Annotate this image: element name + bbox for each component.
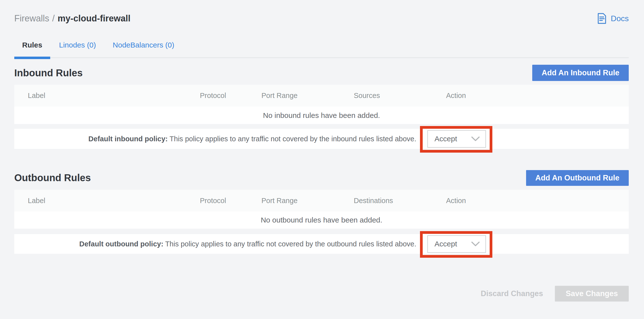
- inbound-table-header: Label Protocol Port Range Sources Action: [14, 85, 629, 106]
- outbound-policy-label: Default outbound policy:: [79, 240, 164, 248]
- breadcrumb-current-firewall: my-cloud-firewall: [58, 13, 130, 24]
- chevron-down-icon: [471, 136, 480, 142]
- inbound-policy-select[interactable]: Accept: [427, 130, 486, 148]
- tab-rules[interactable]: Rules: [14, 40, 50, 57]
- row-gap: [14, 124, 629, 129]
- outbound-policy-description: This policy applies to any traffic not c…: [165, 240, 416, 248]
- inbound-policy-selected-value: Accept: [434, 135, 457, 143]
- inbound-section-header: Inbound Rules Add An Inbound Rule: [14, 65, 629, 81]
- outbound-table-header: Label Protocol Port Range Destinations A…: [14, 190, 629, 212]
- add-inbound-rule-button[interactable]: Add An Inbound Rule: [532, 65, 629, 81]
- row-gap: [14, 229, 629, 234]
- chevron-down-icon: [471, 241, 480, 247]
- inbound-policy-label: Default inbound policy:: [88, 135, 168, 143]
- inbound-policy-select-wrap: Accept: [427, 130, 486, 148]
- inbound-policy-row: Default inbound policy: This policy appl…: [14, 129, 629, 149]
- outbound-policy-text: Default outbound policy: This policy app…: [79, 240, 416, 248]
- inbound-column-label: Label: [14, 92, 200, 100]
- add-outbound-rule-button[interactable]: Add An Outbound Rule: [526, 170, 629, 186]
- outbound-section-header: Outbound Rules Add An Outbound Rule: [14, 170, 629, 186]
- outbound-policy-select[interactable]: Accept: [427, 235, 486, 253]
- inbound-column-sources: Sources: [354, 92, 446, 100]
- outbound-rules-table: Label Protocol Port Range Destinations A…: [14, 190, 629, 254]
- inbound-column-protocol: Protocol: [200, 92, 262, 100]
- outbound-column-protocol: Protocol: [200, 197, 262, 205]
- inbound-empty-message: No inbound rules have been added.: [263, 111, 380, 120]
- form-actions: Discard Changes Save Changes: [14, 286, 629, 302]
- inbound-column-port-range: Port Range: [262, 92, 354, 100]
- top-bar: Firewalls / my-cloud-firewall Docs: [14, 13, 629, 24]
- outbound-section-title: Outbound Rules: [14, 172, 91, 184]
- docs-link[interactable]: Docs: [597, 13, 629, 24]
- breadcrumb-firewalls-link[interactable]: Firewalls: [14, 13, 49, 24]
- tab-linodes[interactable]: Linodes (0): [51, 40, 104, 57]
- inbound-empty-row: No inbound rules have been added.: [14, 106, 629, 124]
- inbound-policy-description: This policy applies to any traffic not c…: [170, 135, 416, 143]
- inbound-column-action: Action: [446, 92, 629, 100]
- outbound-policy-selected-value: Accept: [434, 240, 457, 248]
- outbound-column-destinations: Destinations: [354, 197, 446, 205]
- inbound-policy-text: Default inbound policy: This policy appl…: [88, 135, 416, 143]
- outbound-column-port-range: Port Range: [262, 197, 354, 205]
- inbound-rules-table: Label Protocol Port Range Sources Action…: [14, 85, 629, 149]
- outbound-column-label: Label: [14, 197, 200, 205]
- document-icon: [597, 13, 607, 24]
- outbound-policy-select-wrap: Accept: [427, 235, 486, 253]
- outbound-empty-row: No outbound rules have been added.: [14, 212, 629, 229]
- tab-nodebalancers[interactable]: NodeBalancers (0): [105, 40, 182, 57]
- breadcrumb-separator: /: [52, 13, 55, 24]
- save-changes-button[interactable]: Save Changes: [555, 286, 629, 302]
- outbound-column-action: Action: [446, 197, 629, 205]
- breadcrumb: Firewalls / my-cloud-firewall: [14, 13, 130, 24]
- discard-changes-button[interactable]: Discard Changes: [475, 289, 549, 298]
- firewall-rules-page: Firewalls / my-cloud-firewall Docs Rules…: [0, 0, 644, 319]
- inbound-section-title: Inbound Rules: [14, 68, 83, 78]
- outbound-empty-message: No outbound rules have been added.: [261, 216, 382, 224]
- tab-bar: Rules Linodes (0) NodeBalancers (0): [14, 24, 629, 58]
- docs-link-label: Docs: [611, 14, 629, 23]
- outbound-policy-row: Default outbound policy: This policy app…: [14, 234, 629, 254]
